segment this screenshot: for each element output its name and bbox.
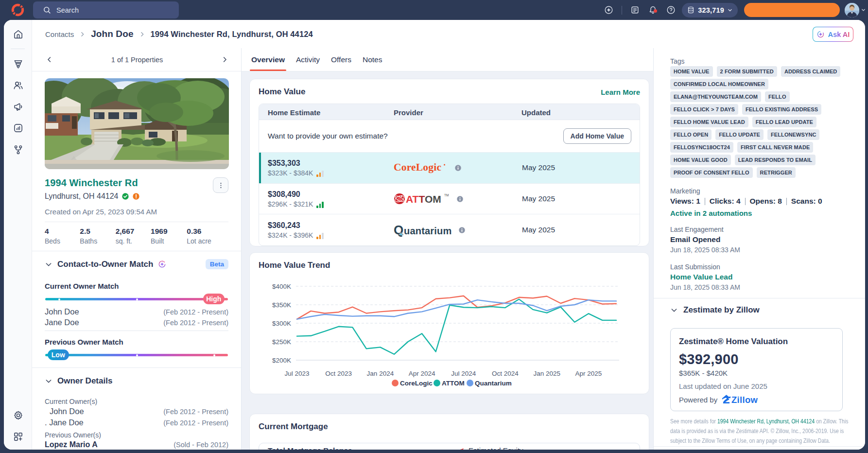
tag-chip[interactable]: FELLO OPEN: [670, 129, 712, 140]
tag-chip[interactable]: FELLO: [765, 91, 790, 102]
tag-chip[interactable]: 2 FORM SUBMITTED: [717, 66, 777, 77]
tag-chip[interactable]: FELLO UPDATE: [715, 129, 764, 140]
tag-chip[interactable]: RETRIGGER: [757, 167, 796, 178]
search-input[interactable]: Search: [33, 1, 179, 18]
kebab-icon: [217, 182, 225, 189]
info-icon[interactable]: [458, 226, 466, 234]
credits-menu[interactable]: 323,719: [682, 3, 738, 17]
svg-text:Apr 2024: Apr 2024: [409, 370, 435, 377]
info-icon[interactable]: [454, 164, 462, 172]
verified-icon: [122, 192, 129, 200]
marketing-stat: Clicks: 4: [710, 197, 741, 206]
collapse-zestimate-icon[interactable]: [670, 306, 678, 314]
legend-corelogic[interactable]: CoreLogic: [392, 380, 433, 387]
collapse-owner-details-icon[interactable]: [45, 377, 52, 385]
match-ai-icon: [158, 260, 166, 268]
sidebar-item-home[interactable]: [4, 23, 32, 45]
tab-activity[interactable]: Activity: [296, 55, 320, 71]
app-window: Contacts John Doe 1994 Winchester Rd, Ly…: [4, 20, 865, 450]
last-engagement-date: Jun 18, 2025 08:33 AM: [670, 246, 843, 254]
sidebar-item-contacts[interactable]: [4, 74, 32, 96]
sidebar-item-settings[interactable]: [4, 404, 32, 426]
tab-offers[interactable]: Offers: [331, 55, 351, 71]
collapse-match-icon[interactable]: [45, 261, 52, 268]
home-value-table: Home Estimate Provider Updated Want to p…: [259, 104, 640, 246]
corelogic-logo: CoreLogic: [394, 162, 449, 174]
marketing-stat: Scans: 0: [791, 197, 822, 206]
last-submission-link[interactable]: Home Value Lead: [670, 273, 843, 281]
equity-marker-icon: [457, 447, 465, 450]
add-home-value-button[interactable]: Add Home Value: [563, 128, 631, 144]
marketing-stat: Views: 1: [670, 197, 700, 206]
disclaimer-address-link[interactable]: 1994 Winchester Rd, Lyndhurst, OH 44124: [717, 418, 815, 425]
tag-chip[interactable]: FELLO HOME VALUE LEAD: [670, 117, 748, 127]
tag-chip[interactable]: LEAD RESPONDS TO EMAIL: [735, 155, 816, 165]
property-card: 1 of 1 Properties: [32, 48, 241, 251]
ai-sparkle-icon[interactable]: [600, 5, 618, 15]
tag-chip[interactable]: HOME VALUE: [670, 66, 713, 77]
current-mortgage-card: Current Mortgage Total Mortgage Balance …: [249, 414, 649, 450]
svg-text:TM: TM: [444, 193, 449, 197]
tab-notes[interactable]: Notes: [363, 55, 382, 71]
home-estimate-row-attom[interactable]: $308,490 $296K - $321K ATTOM TM May 2025: [259, 184, 640, 215]
fello-logo[interactable]: [11, 3, 25, 17]
help-icon[interactable]: [662, 5, 680, 15]
estimate-cell: $360,243 $324K - $396K: [259, 221, 385, 239]
beta-badge: Beta: [206, 259, 228, 269]
stat-separator: [786, 198, 787, 205]
prev-property-icon[interactable]: [46, 56, 53, 63]
property-menu-button[interactable]: [213, 177, 228, 193]
sidebar-item-analytics[interactable]: [4, 117, 32, 139]
svg-text:ATTOM: ATTOM: [442, 380, 465, 387]
tags-list: HOME VALUE2 FORM SUBMITTEDADDRESS CLAIME…: [670, 66, 843, 178]
tag-chip[interactable]: FELLO EXISTING ADDRESS: [742, 104, 821, 115]
legend-attom[interactable]: ATTOM: [434, 380, 465, 387]
automations-link[interactable]: Active in 2 automations: [670, 209, 843, 217]
sidebar-item-automations[interactable]: [4, 139, 32, 160]
sidebar-item-marketing[interactable]: [4, 96, 32, 117]
next-property-icon[interactable]: [221, 56, 228, 63]
breadcrumb-contact-name[interactable]: John Doe: [91, 29, 133, 39]
tag-chip[interactable]: HOME VALUE GOOD: [670, 155, 731, 165]
info-icon[interactable]: [456, 195, 464, 203]
home-estimate-row-corelogic[interactable]: $353,303 $323K - $384K CoreLogic May 202…: [259, 153, 640, 184]
current-match-slider: High: [45, 293, 228, 305]
svg-text:Jul 2024: Jul 2024: [451, 370, 476, 377]
tag-chip[interactable]: ELANA@THEYOUNGTEAM.COM: [670, 91, 761, 102]
svg-text:Jan 2025: Jan 2025: [533, 370, 560, 377]
tag-chip[interactable]: FELLO CLICK > 7 DAYS: [670, 104, 738, 115]
home-value-title: Home Value: [259, 87, 305, 97]
tag-chip[interactable]: FELLONEWSYNC: [767, 129, 819, 140]
updated-cell: May 2025: [513, 163, 640, 172]
tag-chip[interactable]: PROOF OF CONSENT FELLO: [670, 167, 753, 178]
legend-quantarium[interactable]: Quantarium: [467, 380, 512, 387]
ask-ai-button[interactable]: Ask AI: [813, 27, 853, 42]
tag-chip[interactable]: ADDRESS CLAIMED: [781, 66, 840, 77]
tag-chip[interactable]: FELLOSYNC18OCT24: [670, 142, 733, 153]
page-header: Contacts John Doe 1994 Winchester Rd, Ly…: [32, 20, 865, 48]
sidebar-item-apps[interactable]: [4, 426, 32, 447]
property-photo[interactable]: [45, 78, 229, 169]
tag-chip[interactable]: CONFIRMED LOCAL HOMEOWNER: [670, 79, 768, 89]
last-submission-label: Last Submission: [670, 263, 843, 271]
owner-details-card: Owner Details Current Owner(s) John Doe(…: [32, 368, 241, 450]
sidebar-item-funnel[interactable]: [4, 53, 32, 74]
home-estimate-row-quantarium[interactable]: $360,243 $324K - $396K Q uantarium May 2…: [259, 214, 640, 245]
property-street[interactable]: 1994 Winchester Rd: [45, 177, 140, 189]
provider-cell: ATTOM TM: [385, 192, 513, 206]
user-chevron-icon: [861, 7, 866, 13]
tag-chip[interactable]: FIRST CALL NEVER MADE: [737, 142, 813, 153]
breadcrumb-contacts[interactable]: Contacts: [45, 30, 74, 38]
tag-chip[interactable]: FELLO LEAD UPDATE: [752, 117, 816, 127]
funnel-icon: [13, 58, 24, 70]
confidence-bars-icon: [316, 233, 324, 239]
user-menu[interactable]: [845, 3, 866, 17]
pager-label: 1 of 1 Properties: [111, 56, 163, 64]
notifications-bell-icon[interactable]: [644, 5, 662, 15]
topbar-actions: 323,719: [600, 0, 868, 20]
list-icon[interactable]: [626, 5, 644, 15]
learn-more-link[interactable]: Learn More: [601, 88, 640, 96]
stat-separator: [745, 198, 746, 205]
tab-overview[interactable]: Overview: [251, 55, 285, 71]
primary-cta-button[interactable]: [744, 3, 840, 17]
